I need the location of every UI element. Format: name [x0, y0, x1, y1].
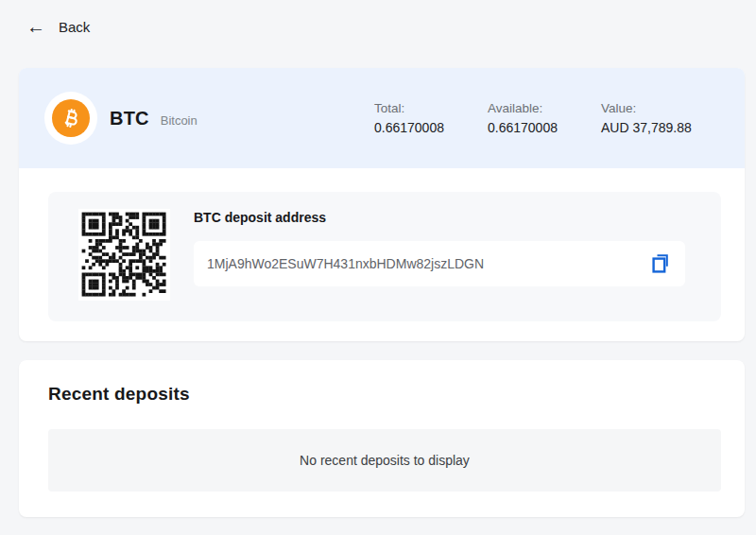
bitcoin-icon-circle: [52, 99, 90, 137]
back-label: Back: [59, 19, 90, 35]
recent-deposits-card: Recent deposits No recent deposits to di…: [19, 360, 745, 517]
qr-code: [78, 209, 170, 301]
copy-address-button[interactable]: [649, 251, 672, 276]
bitcoin-icon: [44, 92, 97, 145]
back-button[interactable]: ← Back: [26, 17, 90, 36]
asset-titles: BTC Bitcoin: [110, 108, 198, 129]
stat-total-label: Total:: [374, 101, 465, 115]
deposit-address-title: BTC deposit address: [194, 210, 702, 225]
recent-deposits-empty-message: No recent deposits to display: [300, 453, 470, 468]
asset-card: BTC Bitcoin Total: 0.66170008 Available:…: [19, 68, 745, 341]
stat-value-label: Value:: [601, 101, 713, 115]
copy-icon: [651, 253, 670, 274]
asset-stats: Total: 0.66170008 Available: 0.66170008 …: [374, 101, 716, 135]
recent-deposits-title: Recent deposits: [48, 384, 745, 405]
stat-value: Value: AUD 37,789.88: [601, 101, 713, 135]
deposit-panel: BTC deposit address 1MjA9hWo2ESuW7H431nx…: [48, 192, 721, 321]
stat-available-value: 0.66170008: [488, 120, 578, 135]
stat-total: Total: 0.66170008: [374, 101, 465, 135]
back-arrow-icon: ←: [26, 17, 45, 36]
stat-available-label: Available:: [488, 101, 578, 115]
deposit-details: BTC deposit address 1MjA9hWo2ESuW7H431nx…: [194, 206, 702, 307]
stat-value-value: AUD 37,789.88: [601, 120, 713, 135]
asset-header: BTC Bitcoin Total: 0.66170008 Available:…: [19, 68, 745, 168]
stat-total-value: 0.66170008: [374, 120, 465, 135]
asset-symbol: BTC: [110, 108, 149, 129]
deposit-address-field[interactable]: 1MjA9hWo2ESuW7H431nxbHDMw82jszLDGN: [194, 241, 685, 286]
recent-deposits-empty-panel: No recent deposits to display: [48, 429, 721, 492]
asset-name: Bitcoin: [161, 113, 198, 128]
stat-available: Available: 0.66170008: [488, 101, 578, 135]
deposit-address-text: 1MjA9hWo2ESuW7H431nxbHDMw82jszLDGN: [207, 256, 640, 271]
